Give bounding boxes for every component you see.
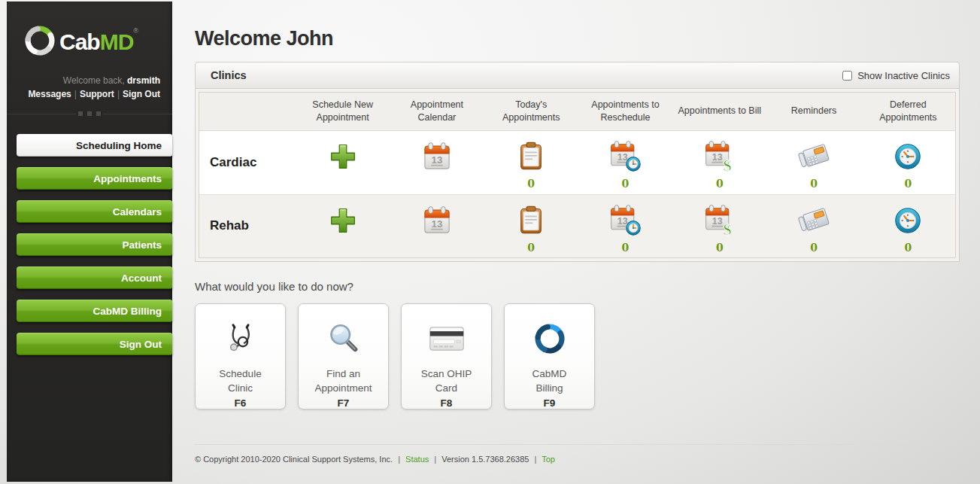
appointments-to-reschedule-button[interactable] bbox=[608, 138, 642, 175]
card-find-appointment[interactable]: Find an Appointment F7 bbox=[298, 303, 389, 409]
card-label: Find an bbox=[326, 367, 360, 382]
appointment-count: 0 bbox=[716, 178, 724, 190]
clinics-table: Schedule New Appointment Appointment Cal… bbox=[199, 92, 956, 258]
footer: © Copyright 2010-2020 Clinical Support S… bbox=[195, 444, 960, 464]
table-cell bbox=[390, 194, 484, 257]
appointment-calendar-button[interactable] bbox=[422, 202, 452, 239]
clock-icon bbox=[893, 205, 923, 236]
column-header-reminders: Reminders bbox=[766, 93, 860, 131]
brand-text: CabMD® bbox=[59, 27, 138, 55]
signout-link[interactable]: Sign Out bbox=[123, 89, 160, 99]
show-inactive-label: Show Inactive Clinics bbox=[857, 70, 950, 81]
column-header-todays-appointments: Today's Appointments bbox=[484, 93, 578, 131]
status-link[interactable]: Status bbox=[405, 455, 429, 464]
prompt-text: What would you like to do now? bbox=[195, 280, 960, 293]
sidebar: CabMD® Welcome back, drsmith Messages|Su… bbox=[7, 2, 172, 482]
link-separator: | bbox=[74, 89, 77, 99]
sidebar-item-cabmd-billing[interactable]: CabMD Billing bbox=[17, 300, 172, 322]
footer-separator: | bbox=[398, 455, 400, 464]
appointment-calendar-button[interactable] bbox=[422, 138, 452, 175]
show-inactive-checkbox[interactable] bbox=[842, 71, 852, 81]
card-fkey: F6 bbox=[235, 397, 247, 409]
sidebar-item-patients[interactable]: Patients bbox=[17, 233, 172, 256]
appointments-to-bill-button[interactable] bbox=[703, 138, 736, 175]
todays-appointments-button[interactable] bbox=[516, 138, 546, 175]
cabmd-swirl-icon bbox=[533, 315, 566, 362]
column-header-schedule-new: Schedule New Appointment bbox=[296, 93, 390, 131]
sidebar-item-scheduling-home[interactable]: Scheduling Home bbox=[17, 134, 172, 157]
magnifier-icon bbox=[327, 315, 360, 362]
card-scan-ohip[interactable]: Scan OHIP Card F8 bbox=[401, 303, 492, 409]
todays-appointments-button[interactable] bbox=[516, 202, 546, 239]
clipboard-icon bbox=[516, 142, 546, 172]
brand-suffix: MD bbox=[100, 29, 134, 54]
card-fkey: F9 bbox=[544, 397, 556, 409]
card-schedule-clinic[interactable]: Schedule Clinic F6 bbox=[195, 303, 286, 409]
footer-separator: | bbox=[535, 455, 537, 464]
card-label: Clinic bbox=[228, 381, 253, 396]
link-separator: | bbox=[117, 89, 120, 99]
panel-title: Clinics bbox=[211, 69, 247, 81]
table-cell: 0 bbox=[484, 194, 578, 257]
appointment-count: 0 bbox=[622, 178, 630, 190]
page-title: Welcome John bbox=[195, 27, 960, 50]
brand-prefix: Cab bbox=[59, 29, 100, 54]
schedule-new-appointment-button[interactable] bbox=[329, 138, 357, 175]
calendar-icon bbox=[422, 142, 452, 172]
support-link[interactable]: Support bbox=[80, 89, 114, 99]
messages-link[interactable]: Messages bbox=[28, 89, 71, 99]
calendar-clock-icon bbox=[608, 140, 642, 173]
clinic-name: Rehab bbox=[199, 194, 296, 257]
appointment-count: 0 bbox=[810, 178, 818, 190]
table-cell bbox=[296, 131, 390, 194]
ohip-card-icon bbox=[427, 315, 466, 362]
sidebar-item-sign-out[interactable]: Sign Out bbox=[17, 333, 172, 355]
copyright-text: © Copyright 2010-2020 Clinical Support S… bbox=[195, 455, 393, 464]
sidebar-item-calendars[interactable]: Calendars bbox=[17, 200, 172, 223]
column-header-appointments-to-bill: Appointments to Bill bbox=[672, 93, 766, 131]
card-label: Appointment bbox=[315, 381, 372, 396]
reminders-button[interactable] bbox=[796, 202, 831, 239]
card-fkey: F8 bbox=[441, 397, 453, 409]
appointments-to-bill-button[interactable] bbox=[703, 202, 736, 239]
card-label: Card bbox=[435, 381, 457, 396]
welcome-back-text: Welcome back, drsmith bbox=[7, 75, 172, 86]
appointment-count: 0 bbox=[716, 242, 724, 254]
appointment-count: 0 bbox=[904, 178, 912, 190]
sidebar-item-appointments[interactable]: Appointments bbox=[17, 167, 172, 190]
appointment-count: 0 bbox=[527, 178, 535, 190]
show-inactive-control: Show Inactive Clinics bbox=[842, 70, 950, 81]
appointments-to-reschedule-button[interactable] bbox=[608, 202, 642, 239]
card-label: Schedule bbox=[219, 367, 261, 382]
table-cell: 0 bbox=[766, 131, 860, 194]
reminders-button[interactable] bbox=[796, 138, 831, 175]
calendar-dollar-icon bbox=[703, 140, 736, 173]
table-cell: 0 bbox=[861, 131, 955, 194]
card-label: Scan OHIP bbox=[421, 367, 472, 382]
card-label: Billing bbox=[536, 381, 563, 396]
sidebar-divider bbox=[7, 111, 172, 116]
top-link[interactable]: Top bbox=[542, 455, 555, 464]
table-cell bbox=[390, 131, 484, 194]
cabmd-logo[interactable]: CabMD® bbox=[23, 24, 162, 57]
card-cabmd-billing[interactable]: CabMD Billing F9 bbox=[504, 303, 595, 409]
appointment-count: 0 bbox=[527, 242, 535, 254]
card-label: CabMD bbox=[532, 367, 567, 382]
stethoscope-icon bbox=[225, 315, 256, 362]
footer-separator: | bbox=[434, 455, 436, 464]
appointment-count: 0 bbox=[904, 242, 912, 254]
registered-mark: ® bbox=[133, 27, 138, 35]
deferred-appointments-button[interactable] bbox=[893, 202, 923, 239]
table-cell: 0 bbox=[484, 131, 578, 194]
username: drsmith bbox=[127, 75, 160, 86]
schedule-new-appointment-button[interactable] bbox=[329, 202, 357, 239]
sidebar-item-account[interactable]: Account bbox=[17, 266, 172, 289]
calendar-clock-icon bbox=[608, 204, 642, 237]
table-cell: 0 bbox=[861, 194, 955, 257]
calendar-icon bbox=[422, 205, 452, 236]
welcome-prefix: Welcome back, bbox=[63, 75, 125, 86]
clinics-panel: Clinics Show Inactive Clinics Schedule N… bbox=[195, 62, 960, 262]
sidebar-links: Messages|Support|Sign Out bbox=[7, 89, 172, 99]
plus-icon bbox=[329, 206, 357, 235]
deferred-appointments-button[interactable] bbox=[893, 138, 923, 175]
